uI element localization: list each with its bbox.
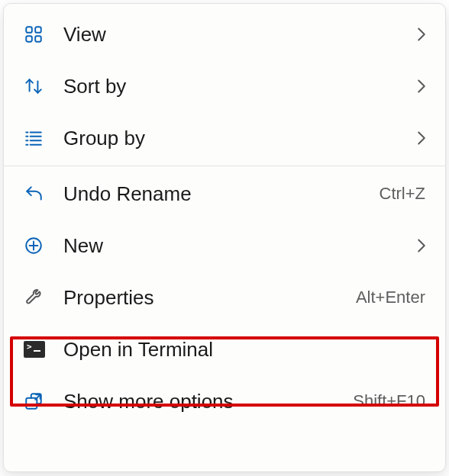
menu-item-open-in-terminal[interactable]: Open in Terminal xyxy=(4,323,445,375)
undo-icon xyxy=(24,184,53,204)
menu-label: Open in Terminal xyxy=(53,338,430,362)
chevron-right-icon xyxy=(413,79,430,94)
menu-label: Undo Rename xyxy=(53,182,380,206)
view-icon xyxy=(24,24,53,44)
menu-shortcut: Ctrl+Z xyxy=(380,184,426,204)
menu-item-properties[interactable]: Properties Alt+Enter xyxy=(4,272,445,323)
menu-item-group-by[interactable]: Group by xyxy=(4,112,445,164)
properties-icon xyxy=(24,288,53,307)
group-icon xyxy=(24,128,53,148)
terminal-icon xyxy=(24,341,53,358)
menu-label: Show more options xyxy=(53,390,353,413)
menu-label: Properties xyxy=(53,286,356,310)
svg-rect-1 xyxy=(35,27,41,33)
menu-label: Sort by xyxy=(53,75,413,98)
menu-divider xyxy=(4,166,445,166)
menu-label: New xyxy=(53,234,413,258)
svg-rect-2 xyxy=(26,36,32,42)
menu-item-new[interactable]: New xyxy=(4,220,445,272)
show-more-icon xyxy=(24,391,53,411)
context-menu: View Sort by Group by xyxy=(3,3,446,472)
menu-item-view[interactable]: View xyxy=(4,8,445,60)
menu-item-show-more-options[interactable]: Show more options Shift+F10 xyxy=(4,375,445,427)
menu-label: View xyxy=(53,23,413,47)
menu-shortcut: Shift+F10 xyxy=(353,391,425,411)
chevron-right-icon xyxy=(413,238,430,253)
chevron-right-icon xyxy=(413,130,430,146)
new-icon xyxy=(24,236,53,256)
svg-rect-0 xyxy=(26,27,32,33)
sort-icon xyxy=(24,76,53,96)
svg-rect-3 xyxy=(35,36,41,42)
menu-shortcut: Alt+Enter xyxy=(356,288,425,307)
menu-item-sort-by[interactable]: Sort by xyxy=(4,60,445,112)
menu-item-undo-rename[interactable]: Undo Rename Ctrl+Z xyxy=(4,168,445,220)
chevron-right-icon xyxy=(413,27,430,42)
menu-label: Group by xyxy=(53,127,413,150)
